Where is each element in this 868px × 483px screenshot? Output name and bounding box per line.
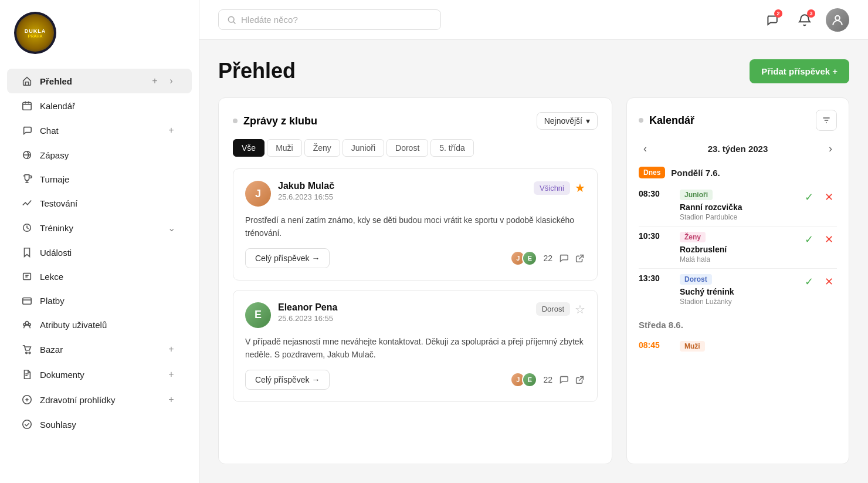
post-actions-1: J E 22: [510, 251, 585, 266]
calendar-filter-button[interactable]: [816, 110, 837, 131]
post-badges-1: Všichni ★: [534, 181, 585, 195]
svg-point-13: [835, 15, 840, 20]
notifications-button[interactable]: 3: [793, 8, 816, 32]
event-category-2: Ženy: [680, 232, 706, 242]
search-box[interactable]: [218, 9, 441, 30]
event-decline-2[interactable]: ✕: [820, 231, 837, 248]
user-avatar-button[interactable]: [826, 8, 849, 32]
post-meta-2: Eleanor Pena 25.6.2023 16:55: [278, 302, 529, 323]
filter-tab-juniori[interactable]: Junioři: [343, 139, 384, 157]
event-body-3: Dorost Suchý trénink Stadion Lužánky: [680, 273, 795, 306]
post-avatar-img-1: J: [245, 181, 271, 207]
sidebar-item-souhlasy[interactable]: Souhlasy: [7, 413, 192, 436]
sidebar-item-testovani[interactable]: Testování: [7, 191, 192, 215]
post-link-icon-btn-2[interactable]: [575, 374, 585, 385]
sidebar-treninky-chevron[interactable]: ⌄: [165, 221, 178, 234]
filter-tab-dorost[interactable]: Dorost: [386, 139, 428, 157]
week-next-button[interactable]: ›: [824, 140, 837, 157]
post-content-2: V případě nejasností mne neváhejte konta…: [245, 335, 585, 362]
sidebar-item-lekce[interactable]: Lekce: [7, 265, 192, 288]
event-accept-2[interactable]: ✓: [801, 231, 817, 248]
sidebar-dokumenty-add[interactable]: +: [165, 368, 178, 381]
filter-tab-5trida[interactable]: 5. třída: [430, 139, 474, 157]
sidebar: DUKLA PRAHA Přehled + ›: [0, 0, 199, 483]
sort-select[interactable]: Nejnovější ▾: [537, 112, 598, 130]
event-decline-1[interactable]: ✕: [820, 189, 837, 205]
post-date-2: 25.6.2023 16:55: [278, 314, 529, 323]
sidebar-prehled-add[interactable]: +: [148, 75, 161, 87]
event-time-1: 08:30: [639, 189, 674, 198]
sidebar-item-prehled[interactable]: Přehled + ›: [7, 69, 192, 93]
trophy-icon: [21, 173, 33, 185]
sidebar-item-udalosti[interactable]: Události: [7, 241, 192, 264]
post-card-2: E Eleanor Pena 25.6.2023 16:55 Dorost ☆ …: [233, 290, 598, 402]
event-accept-1[interactable]: ✓: [801, 189, 817, 205]
logo-text-bottom: PRAHA: [28, 34, 43, 38]
bazar-icon: [21, 343, 33, 355]
event-decline-3[interactable]: ✕: [820, 273, 837, 290]
sidebar-item-bazar[interactable]: Bazar +: [7, 337, 192, 362]
event-location-2: Malá hala: [680, 255, 795, 264]
home-icon: [21, 75, 33, 87]
filter-tab-zeny[interactable]: Ženy: [304, 139, 340, 157]
post-comment-btn-1[interactable]: [558, 253, 569, 264]
sidebar-label-turnaje: Turnaje: [40, 174, 178, 184]
post-card-1: J Jakub Mulač 25.6.2023 16:55 Všichni ★ …: [233, 168, 598, 281]
zdravotni-icon: [21, 394, 33, 406]
posts-title-text: Zprávy z klubu: [243, 115, 317, 127]
post-count-2: 22: [543, 375, 552, 384]
sidebar-item-kalendar[interactable]: Kalendář: [7, 94, 192, 117]
event-time-2: 10:30: [639, 231, 674, 241]
sidebar-item-atributy[interactable]: Atributy uživatelů: [7, 313, 192, 336]
add-post-button[interactable]: Přidat příspěvek +: [750, 59, 849, 83]
week-label: 23. týden 2023: [708, 144, 768, 154]
sidebar-zdravotni-add[interactable]: +: [165, 393, 178, 406]
calendar-week-nav: ‹ 23. týden 2023 ›: [639, 140, 837, 157]
post-link-2[interactable]: Celý příspěvek →: [245, 370, 330, 390]
notifications-badge: 3: [807, 9, 815, 18]
sidebar-prehled-chevron[interactable]: ›: [165, 75, 178, 87]
post-star-2[interactable]: ☆: [575, 302, 585, 316]
sidebar-item-treninky[interactable]: Tréninky ⌄: [7, 215, 192, 240]
calendar-icon: [21, 100, 33, 112]
event-actions-2: ✓ ✕: [801, 231, 837, 248]
sidebar-item-platby[interactable]: Platby: [7, 289, 192, 312]
logo-text-top: DUKLA: [25, 28, 46, 34]
sidebar-label-chat: Chat: [40, 126, 158, 136]
topbar: 2 3: [199, 0, 868, 40]
post-link-1[interactable]: Celý příspěvek →: [245, 248, 330, 268]
sidebar-item-dokumenty[interactable]: Dokumenty +: [7, 362, 192, 387]
souhlasy-icon: [21, 418, 33, 430]
post-count-1: 22: [543, 254, 552, 263]
week-prev-button[interactable]: ‹: [639, 140, 652, 157]
post-link-icon-btn-1[interactable]: [575, 253, 585, 264]
dokumenty-icon: [21, 369, 33, 380]
event-category-1: Junioři: [680, 190, 713, 200]
event-accept-3[interactable]: ✓: [801, 273, 817, 290]
sidebar-label-atributy: Atributy uživatelů: [40, 320, 178, 330]
sidebar-bazar-add[interactable]: +: [165, 343, 178, 356]
post-header-1: J Jakub Mulač 25.6.2023 16:55 Všichni ★: [245, 181, 585, 207]
posts-title-icon: [233, 119, 238, 123]
zapasy-icon: [21, 149, 33, 161]
sidebar-item-zapasy[interactable]: Zápasy: [7, 143, 192, 167]
post-header-2: E Eleanor Pena 25.6.2023 16:55 Dorost ☆: [245, 302, 585, 328]
sidebar-item-zdravotni[interactable]: Zdravotní prohlídky +: [7, 387, 192, 412]
day-label-monday: Pondělí 7.6.: [671, 168, 720, 178]
sidebar-chat-add[interactable]: +: [165, 124, 178, 137]
post-author-2: Eleanor Pena: [278, 302, 529, 313]
post-star-1[interactable]: ★: [575, 181, 585, 195]
messages-button[interactable]: 2: [760, 8, 784, 32]
logo: DUKLA PRAHA: [0, 12, 199, 68]
sidebar-chat-actions: +: [165, 124, 178, 137]
sidebar-prehled-actions: + ›: [148, 75, 178, 87]
filter-tab-vse[interactable]: Vše: [233, 139, 265, 157]
post-comment-btn-2[interactable]: [558, 374, 569, 385]
messages-badge: 2: [774, 9, 782, 18]
search-input[interactable]: [241, 15, 432, 25]
sidebar-item-turnaje[interactable]: Turnaje: [7, 167, 192, 191]
filter-tab-muzi[interactable]: Muži: [267, 139, 302, 157]
event-location-1: Stadion Pardubice: [680, 213, 795, 221]
event-body-2: Ženy Rozbruslení Malá hala: [680, 231, 795, 264]
sidebar-item-chat[interactable]: Chat +: [7, 118, 192, 143]
